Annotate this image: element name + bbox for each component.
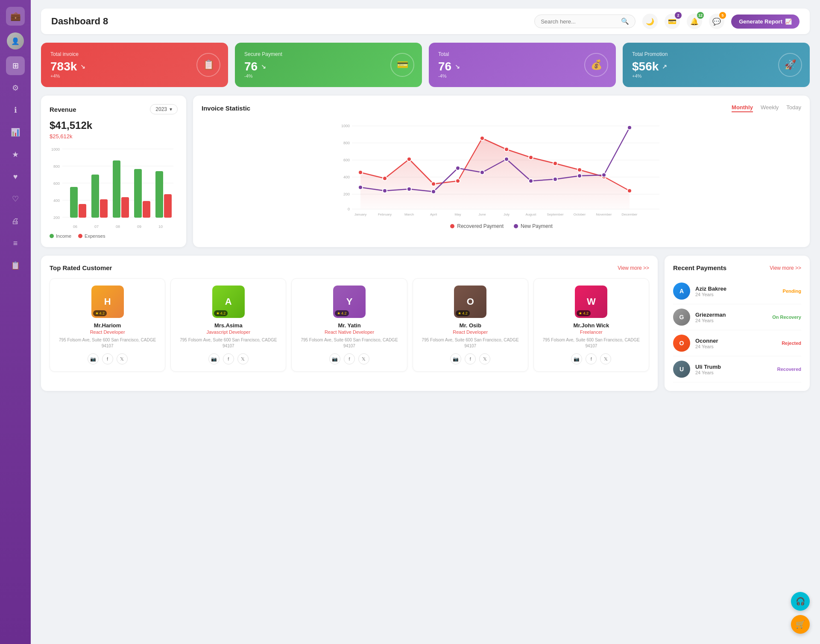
sidebar-avatar[interactable]: 👤 xyxy=(7,32,24,50)
customer-avatar-hariom: H ★ 4.2 xyxy=(91,286,124,318)
invoice-header: Invoice Statistic Monthly Weekly Today xyxy=(202,104,801,112)
svg-rect-20 xyxy=(79,204,86,218)
heart2-icon: ♡ xyxy=(12,194,19,204)
wallet-icon: 💳 xyxy=(668,17,676,26)
logo-icon: 💼 xyxy=(10,11,21,21)
svg-text:600: 600 xyxy=(343,158,350,162)
sidebar-item-star[interactable]: ★ xyxy=(6,145,25,164)
twitter-icon-yatin[interactable]: 𝕏 xyxy=(358,353,369,364)
menu-icon: ≡ xyxy=(13,239,18,248)
customer-card-asima: A ★ 4.2 Mrs.Asima Javascript Developer 7… xyxy=(170,278,286,372)
svg-text:10: 10 xyxy=(158,224,163,229)
bell-button[interactable]: 🔔 12 xyxy=(687,14,702,29)
svg-point-51 xyxy=(383,176,387,181)
search-input[interactable] xyxy=(541,18,618,25)
customer-role-wick: Freelancer xyxy=(539,329,644,335)
sidebar-logo[interactable]: 💼 xyxy=(6,7,25,26)
customer-card-osib: O ★ 4.2 Mr. Osib React Developer 795 Fol… xyxy=(413,278,528,372)
wallet-button[interactable]: 💳 2 xyxy=(665,14,680,29)
sidebar-item-menu[interactable]: ≡ xyxy=(6,234,25,253)
svg-rect-22 xyxy=(121,197,129,218)
svg-point-61 xyxy=(627,189,632,193)
payment-age-uli: 24 Years xyxy=(695,370,772,375)
payment-name-oconner: Oconner xyxy=(695,338,776,344)
svg-text:400: 400 xyxy=(343,175,350,179)
revenue-sub-value: $25,612k xyxy=(50,133,178,140)
svg-text:09: 09 xyxy=(137,224,141,229)
twitter-icon-asima[interactable]: 𝕏 xyxy=(237,353,249,364)
customer-name-yatin: Mr. Yatin xyxy=(297,322,401,329)
theme-toggle-button[interactable]: 🌙 xyxy=(642,14,658,29)
stat-value-invoice: 783k ↘ xyxy=(50,60,219,73)
sidebar-item-list[interactable]: 📋 xyxy=(6,256,25,275)
instagram-icon-wick[interactable]: 📷 xyxy=(571,353,582,364)
svg-text:October: October xyxy=(574,213,586,216)
sidebar-item-dashboard[interactable]: ⊞ xyxy=(6,56,25,75)
legend-expenses: Expenses xyxy=(78,233,105,239)
svg-point-55 xyxy=(480,136,484,140)
payment-avatar-uli: U xyxy=(673,361,690,378)
sidebar-item-info[interactable]: ℹ xyxy=(6,101,25,119)
instagram-icon-yatin[interactable]: 📷 xyxy=(329,353,340,364)
tab-monthly[interactable]: Monthly xyxy=(732,104,753,112)
facebook-icon-asima[interactable]: f xyxy=(223,353,234,364)
invoice-line-chart: 1000 800 600 400 200 0 January February … xyxy=(202,117,801,220)
sidebar-item-heart[interactable]: ♥ xyxy=(6,167,25,186)
customer-role-yatin: React Native Developer xyxy=(297,329,401,335)
invoice-card: Invoice Statistic Monthly Weekly Today xyxy=(193,96,810,247)
sidebar-item-settings[interactable]: ⚙ xyxy=(6,79,25,97)
sidebar-item-print[interactable]: 🖨 xyxy=(6,212,25,230)
sidebar-item-analytics[interactable]: 📊 xyxy=(6,123,25,142)
chat-icon: 💬 xyxy=(712,17,721,26)
chat-button[interactable]: 💬 5 xyxy=(709,14,724,29)
analytics-icon: 📊 xyxy=(11,128,20,137)
facebook-icon-osib[interactable]: f xyxy=(465,353,476,364)
stat-label-invoice: Total invoice xyxy=(50,51,219,57)
customers-header: Top Rated Customer View more >> xyxy=(50,264,649,271)
svg-marker-49 xyxy=(360,138,630,209)
svg-rect-19 xyxy=(155,171,163,218)
customer-avatar-yatin: Y ★ 4.2 xyxy=(333,286,366,318)
stat-trend-promo: ↗ xyxy=(662,63,667,70)
svg-point-64 xyxy=(407,187,411,191)
fab-support[interactable]: 🎧 xyxy=(791,592,810,611)
tab-weekly[interactable]: Weekly xyxy=(761,104,779,112)
stat-icon-secure: 💳 xyxy=(390,53,414,77)
chart-icon: 📈 xyxy=(785,18,792,25)
svg-text:July: July xyxy=(504,213,510,216)
fab-cart[interactable]: 🛒 xyxy=(791,615,810,634)
payments-view-more[interactable]: View more >> xyxy=(770,265,801,271)
twitter-icon-osib[interactable]: 𝕏 xyxy=(479,353,490,364)
twitter-icon-hariom[interactable]: 𝕏 xyxy=(117,353,128,364)
stats-row: Total invoice 783k ↘ +4% 📋 Secure Paymen… xyxy=(41,43,810,87)
year-selector[interactable]: 2023 ▾ xyxy=(150,104,178,114)
instagram-icon-osib[interactable]: 📷 xyxy=(450,353,461,364)
customers-view-more[interactable]: View more >> xyxy=(618,265,649,271)
expenses-dot xyxy=(78,234,82,238)
instagram-icon-hariom[interactable]: 📷 xyxy=(88,353,99,364)
social-icons-yatin: 📷 f 𝕏 xyxy=(297,353,401,364)
bell-badge: 12 xyxy=(697,12,704,19)
generate-report-button[interactable]: Generate Report 📈 xyxy=(731,15,800,29)
floating-buttons: 🎧 🛒 xyxy=(791,592,810,634)
svg-text:1000: 1000 xyxy=(341,124,350,128)
customer-address-hariom: 795 Folsom Ave, Suite 600 San Francisco,… xyxy=(55,337,160,349)
twitter-icon-wick[interactable]: 𝕏 xyxy=(600,353,611,364)
stat-label-total: Total xyxy=(438,51,606,57)
svg-text:April: April xyxy=(430,213,437,216)
sidebar-item-heart2[interactable]: ♡ xyxy=(6,189,25,208)
payment-info-oconner: Oconner 24 Years xyxy=(695,338,776,349)
facebook-icon-hariom[interactable]: f xyxy=(102,353,113,364)
facebook-icon-wick[interactable]: f xyxy=(586,353,597,364)
customer-address-asima: 795 Folsom Ave, Suite 600 San Francisco,… xyxy=(176,337,281,349)
tab-today[interactable]: Today xyxy=(786,104,801,112)
svg-text:February: February xyxy=(378,213,392,216)
rating-badge-wick: ★ 4.2 xyxy=(577,310,591,316)
facebook-icon-yatin[interactable]: f xyxy=(344,353,355,364)
instagram-icon-asima[interactable]: 📷 xyxy=(208,353,220,364)
payments-header: Recent Payments View more >> xyxy=(673,264,801,271)
svg-rect-16 xyxy=(91,175,99,218)
customer-role-asima: Javascript Developer xyxy=(176,329,281,335)
social-icons-hariom: 📷 f 𝕏 xyxy=(55,353,160,364)
svg-text:400: 400 xyxy=(53,198,60,203)
